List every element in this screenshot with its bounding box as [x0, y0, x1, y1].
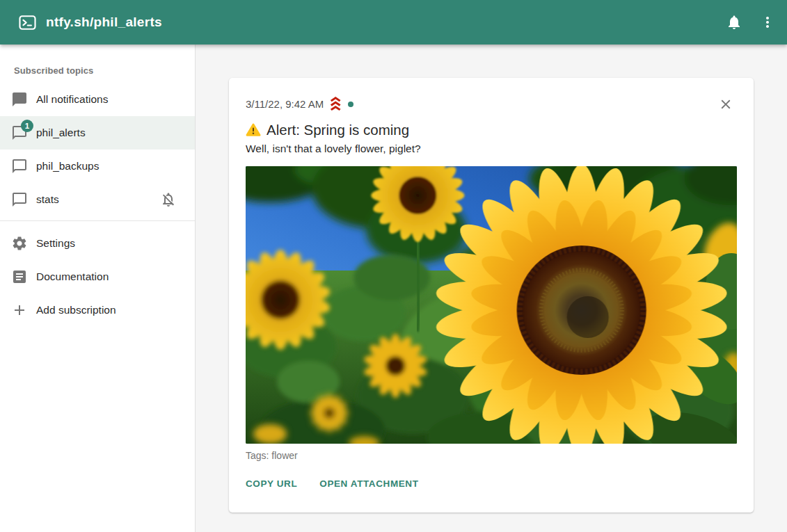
- unread-dot: [348, 102, 353, 107]
- plus-icon: [11, 302, 28, 319]
- chat-bubble-outline-icon: [11, 191, 28, 208]
- chat-bubble-outline-icon: [11, 158, 28, 175]
- sidebar-divider: [0, 220, 195, 221]
- notifications-off-icon: [160, 191, 177, 208]
- unread-count-badge: 1: [21, 120, 33, 132]
- overflow-menu-button[interactable]: [751, 6, 784, 39]
- sidebar-item-label: All notifications: [36, 93, 184, 106]
- attachment-image[interactable]: [246, 166, 737, 444]
- open-attachment-button[interactable]: OPEN ATTACHMENT: [319, 473, 427, 494]
- notification-message: Well, isn't that a lovely flower, piglet…: [246, 143, 737, 155]
- sidebar-item-phil-backups[interactable]: phil_backups: [0, 150, 195, 183]
- subscribed-topics-label: Subscribed topics: [0, 45, 195, 83]
- sidebar-item-phil-alerts[interactable]: 1 phil_alerts: [0, 116, 195, 150]
- chat-bubble-filled-icon: [11, 91, 28, 108]
- copy-url-button[interactable]: COPY URL: [246, 473, 305, 494]
- sidebar-item-label: Settings: [36, 237, 184, 250]
- sidebar-item-add-subscription[interactable]: Add subscription: [0, 293, 195, 327]
- terminal-logo-icon: [18, 13, 37, 32]
- sidebar: Subscribed topics All notifications 1 ph…: [0, 45, 196, 532]
- close-notification-button[interactable]: [713, 92, 738, 117]
- sidebar-item-label: phil_backups: [36, 160, 184, 172]
- sidebar-item-label: phil_alerts: [36, 127, 184, 139]
- priority-max-triple-chevron-icon: [328, 96, 343, 112]
- sidebar-item-settings[interactable]: Settings: [0, 227, 195, 260]
- gear-icon: [11, 235, 28, 252]
- article-icon: [11, 268, 28, 285]
- sidebar-item-label: Documentation: [36, 271, 184, 283]
- notification-timestamp: 3/11/22, 9:42 AM: [246, 98, 324, 110]
- notification-tags: Tags: flower: [246, 450, 737, 461]
- chat-bubble-outline-icon: 1: [11, 124, 28, 141]
- app-bar: ntfy.sh/phil_alerts: [0, 0, 787, 45]
- sidebar-item-all-notifications[interactable]: All notifications: [0, 83, 195, 116]
- sidebar-item-label: stats: [36, 193, 160, 206]
- warning-emoji-icon: [246, 123, 261, 137]
- main-content: 3/11/22, 9:42 AM: [196, 45, 787, 532]
- app-title: ntfy.sh/phil_alerts: [46, 15, 162, 30]
- sidebar-item-documentation[interactable]: Documentation: [0, 260, 195, 293]
- notification-card: 3/11/22, 9:42 AM: [229, 78, 754, 513]
- notifications-bell-button[interactable]: [717, 6, 751, 39]
- notification-title: Alert: Spring is coming: [246, 122, 737, 138]
- close-icon: [718, 97, 733, 112]
- sidebar-item-stats[interactable]: stats: [0, 183, 195, 216]
- more-vert-icon: [759, 14, 776, 31]
- notifications-bell-icon: [726, 14, 742, 31]
- sidebar-item-label: Add subscription: [36, 304, 184, 316]
